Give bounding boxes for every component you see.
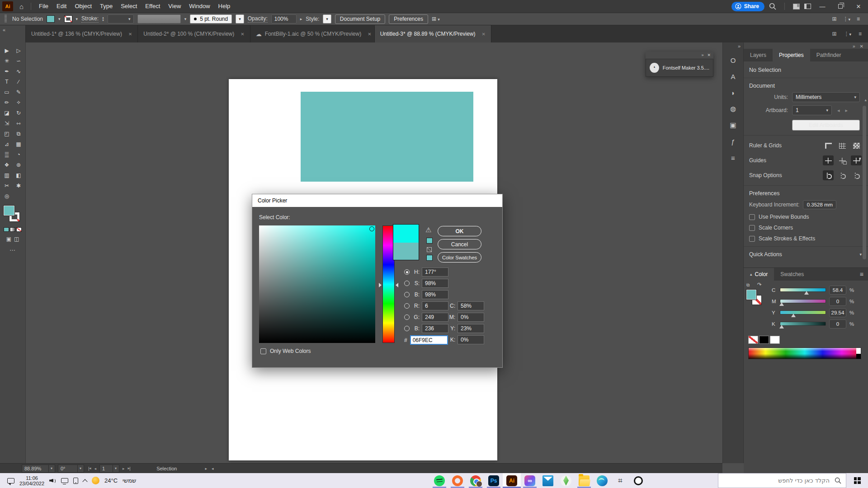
search-input[interactable] [740,477,830,484]
slider-handle[interactable] [779,325,784,328]
artboard-number-dropdown[interactable]: 1▾ [99,465,119,473]
menu-item[interactable]: Window [185,0,214,13]
opacity-label[interactable]: Opacity: [248,15,268,23]
fill-stroke-widget[interactable] [3,206,23,224]
workspace-grid-icon[interactable]: ⊞ [832,16,836,22]
column-graph-tool[interactable]: ▥ [1,170,13,180]
swap-colors-icon[interactable]: ↷ [757,282,762,288]
taskbar-explorer[interactable] [575,473,593,488]
tray-overflow-icon[interactable] [82,479,87,484]
type-tool[interactable]: T [1,76,13,87]
artboard-dropdown[interactable]: 1▾ [792,105,832,115]
checkbox-icon[interactable] [749,214,755,220]
slider-track[interactable] [780,310,826,314]
preferences-button[interactable]: Preferences [389,14,428,24]
draw-normal-icon[interactable]: ▣ [6,236,11,242]
hue-radio[interactable] [404,269,410,275]
taskbar-search[interactable] [718,473,846,488]
toolbar-collapse[interactable]: « [0,25,26,42]
eyedropper-tool[interactable]: ◔ [13,149,24,160]
gamut-color-swatch[interactable] [426,238,433,244]
current-color-swatch[interactable] [393,243,419,260]
slider-handle[interactable] [804,291,809,295]
white-swatch[interactable] [770,336,780,344]
tab-pathfinder[interactable]: Pathfinder [810,49,848,61]
arrange-documents-icon[interactable]: ⋮▾ [844,31,851,37]
taskbar-creative-cloud[interactable]: ∞ [521,473,539,488]
menu-item[interactable]: Type [96,0,117,13]
document-tab[interactable]: ☁ Untitled-1* @ 136 % (CMYK/Preview) ✕ [26,25,138,42]
color-field-marker[interactable] [369,226,374,231]
y-field[interactable]: 23% [458,324,484,333]
only-web-colors-checkbox[interactable] [260,348,266,354]
preferences-checkbox[interactable]: Scale Corners [749,225,862,231]
prev-artboard-icon[interactable]: ◂ [837,108,840,113]
menu-item[interactable]: Effect [141,0,164,13]
close-button[interactable]: ✕ [852,3,865,10]
rotate-tool[interactable]: ↻ [13,108,24,118]
taskbar-edge[interactable] [593,473,611,488]
start-button[interactable] [846,473,868,488]
s-field[interactable]: 98% [422,279,448,288]
libraries-menu-icon[interactable]: ≡ [857,16,860,22]
edit-artboards-button[interactable]: Edit Artboards [792,120,860,131]
arrange-documents-icon[interactable] [793,4,800,9]
align-panel-icon[interactable]: ≡ [726,151,740,164]
shaper-tool[interactable]: ✧ [13,97,24,108]
blend-tool[interactable]: ❖ [1,160,13,170]
b-field[interactable]: 98% [422,290,448,299]
comment-panel-icon[interactable]: ◗ [726,86,740,99]
character-panel-icon[interactable]: A [726,70,740,83]
width-tool[interactable]: ⇿ [13,118,24,128]
illustrator-logo-icon[interactable]: Ai [2,1,13,11]
document-list-icon[interactable]: ≡ [859,31,862,37]
pencil-tool[interactable]: ✏ [1,97,13,108]
show-transparency-grid-icon[interactable] [851,141,862,150]
panel-group-collapse-icon[interactable]: » [853,44,855,49]
taskbar-clock[interactable]: 11:06 23/04/2022 [19,475,44,486]
show-rulers-icon[interactable] [823,141,834,150]
taskbar-sims[interactable] [557,473,575,488]
rotation-dropdown[interactable]: 0°▾ [58,465,84,473]
taskbar-ring-app[interactable] [629,473,647,488]
tab-swatches[interactable]: Swatches [774,268,810,281]
panel-menu-icon[interactable]: ≡ [860,268,868,281]
slider-handle[interactable] [791,314,796,317]
taskbar-mail[interactable] [539,473,557,488]
weather-sun-icon[interactable] [92,477,99,484]
artboard-panel-icon[interactable]: ▣ [726,118,740,132]
none-swatch[interactable] [748,336,758,344]
saturation-brightness-field[interactable] [259,225,375,343]
stroke-color-swatch[interactable] [64,15,72,23]
panel-scrollbar[interactable] [863,106,866,259]
edit-toolbar-button[interactable]: ⋯ [0,247,25,253]
checkbox-icon[interactable] [749,236,755,242]
tab-color[interactable]: ▴Color [744,268,774,281]
panel-scroll-up-icon[interactable]: ▴ [864,98,867,102]
brush-chevron[interactable]: ▾ [236,14,244,23]
search-icon[interactable] [769,3,776,10]
direct-selection-tool[interactable]: ▷ [13,45,24,56]
menu-item[interactable]: Select [117,0,141,13]
fill-proxy-swatch[interactable] [746,290,756,300]
ok-button[interactable]: OK [438,226,481,236]
saturation-radio[interactable] [404,281,410,286]
c-field[interactable]: 58% [458,301,484,310]
gradient-mode-button[interactable] [10,227,15,232]
next-artboard-icon[interactable]: ▸ [845,108,848,113]
curvature-tool[interactable]: ∿ [13,66,24,76]
fill-chevron-icon[interactable]: ▾ [58,17,61,21]
fontself-title[interactable]: Fontself Maker 3.5.... [663,65,709,70]
slider-value-field[interactable]: 29.54 [829,308,846,317]
slider-value-field[interactable]: 58.4 [829,286,846,295]
zoom-level-dropdown[interactable]: 88.89%▾ [22,465,55,473]
r-field[interactable]: 6 [422,301,448,310]
scale-tool[interactable]: ⇲ [1,118,13,128]
snap-to-grid-icon[interactable] [837,170,848,180]
status-collapse-icon[interactable]: ◂ [212,466,214,471]
previous-artboard-icon[interactable]: ◂ [94,466,97,471]
hue-marker-right-icon[interactable] [396,283,398,287]
rectangle-tool[interactable]: ▭ [1,87,13,97]
fill-color-swatch[interactable] [47,15,55,23]
next-artboard-nav-icon[interactable]: ▸ [123,466,125,471]
